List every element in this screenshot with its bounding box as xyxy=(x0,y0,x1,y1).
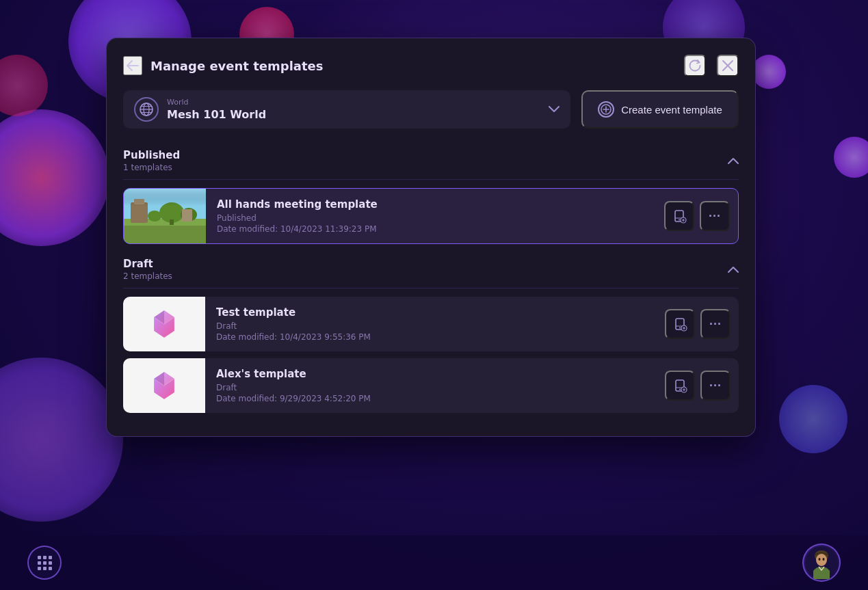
create-label: Create event template xyxy=(621,104,722,116)
all-hands-more-button[interactable]: ··· xyxy=(700,201,730,231)
published-section-header[interactable]: Published 1 templates xyxy=(123,142,739,180)
draft-section-title-group: Draft 2 templates xyxy=(123,258,172,281)
draft-count: 2 templates xyxy=(123,271,172,281)
test-device-button[interactable] xyxy=(665,309,695,339)
alexs-thumbnail xyxy=(123,358,205,413)
alexs-device-button[interactable] xyxy=(665,371,695,401)
top-row: World Mesh 101 World Create event templa… xyxy=(123,90,739,129)
header-left: Manage event templates xyxy=(123,56,324,75)
test-thumbnail xyxy=(123,297,205,351)
published-toggle-icon xyxy=(728,155,739,166)
alexs-status: Draft xyxy=(216,383,646,392)
world-name: Mesh 101 World xyxy=(167,108,540,121)
all-hands-status: Published xyxy=(217,213,645,223)
modal-header: Manage event templates xyxy=(123,55,739,77)
grid-menu-button[interactable] xyxy=(27,546,62,580)
svg-point-20 xyxy=(679,219,680,221)
alexs-actions: ··· xyxy=(657,371,739,401)
svg-rect-18 xyxy=(124,189,206,206)
close-button[interactable] xyxy=(717,55,739,77)
published-count: 1 templates xyxy=(123,163,180,172)
avatar-button[interactable] xyxy=(802,544,841,582)
world-label: World xyxy=(167,98,540,107)
grid-dots-icon xyxy=(36,554,53,572)
chevron-down-icon xyxy=(549,104,560,115)
refresh-button[interactable] xyxy=(684,55,706,77)
draft-title: Draft xyxy=(123,258,172,270)
alexs-more-button[interactable]: ··· xyxy=(700,371,731,401)
draft-toggle-icon xyxy=(728,264,739,275)
bg-blob-7 xyxy=(0,358,123,522)
all-hands-name: All hands meeting template xyxy=(217,198,645,211)
published-section: Published 1 templates xyxy=(123,142,739,244)
header-right xyxy=(684,55,739,77)
template-item-all-hands[interactable]: All hands meeting template Published Dat… xyxy=(123,188,739,244)
back-button[interactable] xyxy=(123,56,142,75)
template-item-alexs[interactable]: Alex's template Draft Date modified: 9/2… xyxy=(123,358,739,413)
svg-point-41 xyxy=(823,558,825,561)
more-icon: ··· xyxy=(709,317,722,332)
world-info: World Mesh 101 World xyxy=(167,98,540,121)
alexs-date: Date modified: 9/29/2023 4:52:20 PM xyxy=(216,394,646,403)
bottom-bar xyxy=(0,535,868,590)
template-item-test[interactable]: Test template Draft Date modified: 10/4/… xyxy=(123,297,739,351)
bg-blob-5 xyxy=(0,109,109,246)
bg-blob-6 xyxy=(0,55,48,116)
bg-blob-9 xyxy=(779,385,847,453)
test-info: Test template Draft Date modified: 10/4/… xyxy=(205,298,657,350)
create-plus-icon xyxy=(598,101,614,118)
svg-point-32 xyxy=(679,389,681,390)
world-icon xyxy=(134,97,159,122)
test-name: Test template xyxy=(216,306,646,319)
create-event-template-button[interactable]: Create event template xyxy=(581,90,739,129)
test-date: Date modified: 10/4/2023 9:55:36 PM xyxy=(216,332,646,342)
all-hands-device-button[interactable] xyxy=(664,201,694,231)
all-hands-actions: ··· xyxy=(656,201,738,231)
svg-point-26 xyxy=(679,327,681,329)
svg-point-39 xyxy=(816,554,827,566)
alexs-name: Alex's template xyxy=(216,368,646,380)
published-title: Published xyxy=(123,149,180,161)
all-hands-info: All hands meeting template Published Dat… xyxy=(206,190,656,242)
svg-rect-17 xyxy=(182,209,192,222)
svg-rect-14 xyxy=(170,219,174,225)
test-more-button[interactable]: ··· xyxy=(700,309,731,339)
all-hands-date: Date modified: 10/4/2023 11:39:23 PM xyxy=(217,224,645,234)
draft-section-header[interactable]: Draft 2 templates xyxy=(123,251,739,289)
more-icon: ··· xyxy=(709,209,721,224)
all-hands-thumbnail xyxy=(124,189,206,243)
draft-section: Draft 2 templates xyxy=(123,251,739,413)
test-actions: ··· xyxy=(657,309,739,339)
bg-blob-4 xyxy=(752,55,786,89)
world-selector[interactable]: World Mesh 101 World xyxy=(123,90,570,129)
test-status: Draft xyxy=(216,321,646,331)
svg-point-40 xyxy=(819,558,821,561)
bg-blob-8 xyxy=(834,137,868,178)
modal-title: Manage event templates xyxy=(150,59,324,73)
published-section-title-group: Published 1 templates xyxy=(123,149,180,172)
alexs-info: Alex's template Draft Date modified: 9/2… xyxy=(205,360,657,412)
svg-point-16 xyxy=(148,211,161,222)
more-icon: ··· xyxy=(709,379,722,393)
manage-templates-modal: Manage event templates xyxy=(106,38,756,437)
